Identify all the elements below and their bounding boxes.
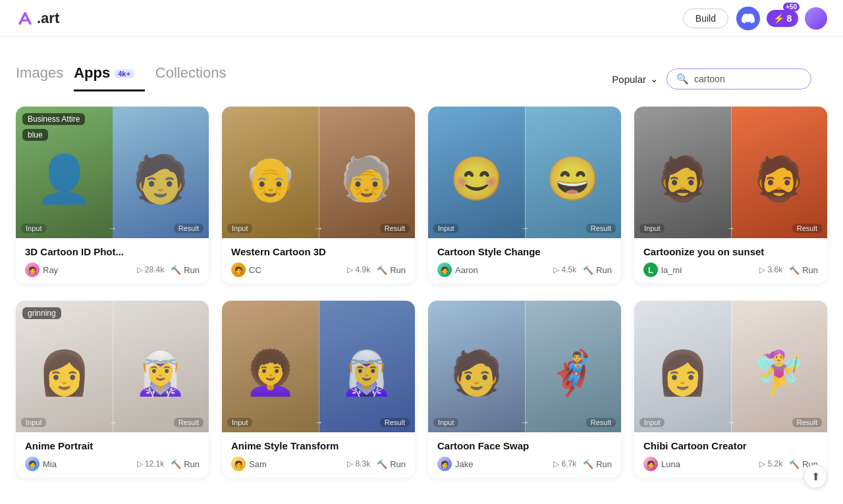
card-author: 🧑 Ray bbox=[25, 263, 130, 277]
card-meta: 🧑 Sam ▷ 8.3k 🔨 Run bbox=[231, 457, 406, 471]
popular-sort-button[interactable]: Popular ⌄ bbox=[612, 73, 659, 85]
card-image: 👩‍🦱 🧝‍♀️ Input → Result bbox=[222, 301, 415, 432]
build-button[interactable]: Build bbox=[683, 9, 728, 28]
author-avatar: 🧑 bbox=[643, 457, 658, 471]
card-image: 🧑 🦸‍♂️ Input → Result bbox=[428, 301, 621, 432]
card-body: Cartoonize you on sunset L la_mi ▷ 3.6k … bbox=[634, 238, 827, 284]
run-button[interactable]: 🔨 Run bbox=[171, 459, 200, 469]
card-body: Chibi Cartoon Creator 🧑 Luna ▷ 5.2k 🔨 Ru… bbox=[634, 432, 827, 478]
author-name: Aaron bbox=[455, 265, 478, 275]
tab-collections[interactable]: Collections bbox=[145, 64, 237, 91]
card-body: 3D Cartoon ID Phot... 🧑 Ray ▷ 28.4k 🔨 Ru… bbox=[16, 238, 209, 284]
card-tag-2: blue bbox=[22, 129, 48, 141]
tab-apps[interactable]: Apps4k+ bbox=[74, 64, 145, 91]
card-author: 🧑 Mia bbox=[25, 457, 130, 471]
user-avatar[interactable] bbox=[805, 7, 827, 30]
run-label: Run bbox=[390, 459, 406, 469]
bolt-count: 8 bbox=[787, 13, 792, 24]
run-button[interactable]: 🔨 Run bbox=[171, 265, 200, 275]
play-icon: ▷ bbox=[137, 265, 143, 274]
cards-grid-row1: 👤 🧑 Business Attire blue Input → Result … bbox=[0, 107, 843, 305]
arrow-icon: → bbox=[314, 223, 323, 233]
logo[interactable]: .art bbox=[16, 9, 59, 28]
card-title: Anime Portrait bbox=[25, 440, 200, 451]
card-body: Cartoon Style Change 🧑 Aaron ▷ 4.5k 🔨 Ru… bbox=[428, 238, 621, 284]
arrow-icon: → bbox=[108, 417, 117, 427]
header-right: Build ⚡ 8 +50 bbox=[683, 7, 827, 30]
play-icon: ▷ bbox=[553, 265, 559, 274]
author-name: Jake bbox=[455, 459, 473, 469]
card-body: Western Cartoon 3D 🧑 CC ▷ 4.9k 🔨 Run bbox=[222, 238, 415, 284]
discord-button[interactable] bbox=[736, 7, 760, 30]
arrow-icon: → bbox=[520, 417, 529, 427]
run-icon: 🔨 bbox=[171, 459, 181, 469]
card-title: Cartoon Face Swap bbox=[437, 440, 612, 451]
input-label: Input bbox=[433, 418, 458, 427]
author-name: Luna bbox=[661, 459, 680, 469]
run-button[interactable]: 🔨 Run bbox=[583, 265, 612, 275]
bolt-badge[interactable]: ⚡ 8 +50 bbox=[768, 7, 797, 30]
logo-text: .art bbox=[37, 10, 59, 27]
author-name: CC bbox=[249, 265, 261, 275]
bolt-plus-badge: +50 bbox=[783, 3, 800, 11]
author-avatar: 🧑 bbox=[437, 263, 452, 277]
result-label: Result bbox=[792, 418, 822, 427]
app-card-western-cartoon[interactable]: 👴 🧓 Input → Result Western Cartoon 3D 🧑 … bbox=[222, 107, 415, 284]
card-meta: L la_mi ▷ 3.6k 🔨 Run bbox=[643, 263, 818, 277]
run-label: Run bbox=[390, 265, 406, 275]
card-meta: 🧑 Luna ▷ 5.2k 🔨 Run bbox=[643, 457, 818, 471]
app-card-3d-cartoon[interactable]: 👤 🧑 Business Attire blue Input → Result … bbox=[16, 107, 209, 284]
app-card-chibi-cartoon[interactable]: 👩 🧚‍♀️ Input → Result Chibi Cartoon Crea… bbox=[634, 301, 827, 478]
app-card-anime-portrait[interactable]: 👩 🧝‍♀️ grinning Input → Result Anime Por… bbox=[16, 301, 209, 478]
input-label: Input bbox=[21, 224, 46, 233]
play-icon: ▷ bbox=[347, 459, 353, 468]
run-label: Run bbox=[802, 265, 818, 275]
card-body: Anime Style Transform 🧑 Sam ▷ 8.3k 🔨 Run bbox=[222, 432, 415, 478]
card-views: ▷ 4.9k bbox=[347, 265, 370, 274]
run-label: Run bbox=[184, 265, 200, 275]
card-views: ▷ 28.4k bbox=[137, 265, 164, 274]
app-card-face-swap[interactable]: 🧑 🦸‍♂️ Input → Result Cartoon Face Swap … bbox=[428, 301, 621, 478]
view-count: 12.1k bbox=[145, 459, 164, 468]
run-icon: 🔨 bbox=[377, 265, 387, 275]
card-author: L la_mi bbox=[643, 263, 753, 277]
card-views: ▷ 5.2k bbox=[759, 459, 782, 468]
play-icon: ▷ bbox=[759, 459, 765, 468]
result-label: Result bbox=[380, 224, 410, 233]
input-label: Input bbox=[227, 224, 252, 233]
card-image: 😊 😄 Input → Result bbox=[428, 107, 621, 238]
chevron-down-icon: ⌄ bbox=[650, 73, 659, 85]
run-button[interactable]: 🔨 Run bbox=[377, 265, 406, 275]
run-label: Run bbox=[596, 459, 612, 469]
card-views: ▷ 8.3k bbox=[347, 459, 370, 468]
arrow-icon: → bbox=[726, 223, 735, 233]
input-label: Input bbox=[639, 418, 665, 427]
app-card-cartoonize-sunset[interactable]: 🧔 🧔 Input → Result Cartoonize you on sun… bbox=[634, 107, 827, 284]
card-meta: 🧑 Aaron ▷ 4.5k 🔨 Run bbox=[437, 263, 612, 277]
run-icon: 🔨 bbox=[583, 265, 593, 275]
cards-grid-row2: 👩 🧝‍♀️ grinning Input → Result Anime Por… bbox=[0, 301, 843, 499]
input-label: Input bbox=[639, 224, 665, 233]
card-meta: 🧑 CC ▷ 4.9k 🔨 Run bbox=[231, 263, 406, 277]
arrow-icon: → bbox=[520, 223, 529, 233]
app-card-cartoon-style-change[interactable]: 😊 😄 Input → Result Cartoon Style Change … bbox=[428, 107, 621, 284]
author-avatar: 🧑 bbox=[437, 457, 452, 471]
run-button[interactable]: 🔨 Run bbox=[583, 459, 612, 469]
header: .art Build ⚡ 8 +50 bbox=[0, 0, 843, 37]
run-button[interactable]: 🔨 Run bbox=[377, 459, 406, 469]
run-label: Run bbox=[184, 459, 200, 469]
card-body: Cartoon Face Swap 🧑 Jake ▷ 6.7k 🔨 Run bbox=[428, 432, 621, 478]
search-input[interactable] bbox=[694, 74, 802, 84]
run-button[interactable]: 🔨 Run bbox=[789, 265, 818, 275]
tab-images[interactable]: Images bbox=[16, 64, 74, 91]
scroll-to-top-button[interactable]: ⬆ bbox=[803, 465, 827, 488]
card-image: 👩 🧚‍♀️ Input → Result bbox=[634, 301, 827, 432]
app-card-anime-style[interactable]: 👩‍🦱 🧝‍♀️ Input → Result Anime Style Tran… bbox=[222, 301, 415, 478]
filter-bar: Popular ⌄ 🔍 bbox=[596, 58, 827, 97]
arrow-icon: → bbox=[314, 417, 323, 427]
play-icon: ▷ bbox=[137, 459, 143, 468]
arrow-icon: → bbox=[108, 223, 117, 233]
card-image: 🧔 🧔 Input → Result bbox=[634, 107, 827, 238]
view-count: 8.3k bbox=[355, 459, 370, 468]
run-label: Run bbox=[596, 265, 612, 275]
